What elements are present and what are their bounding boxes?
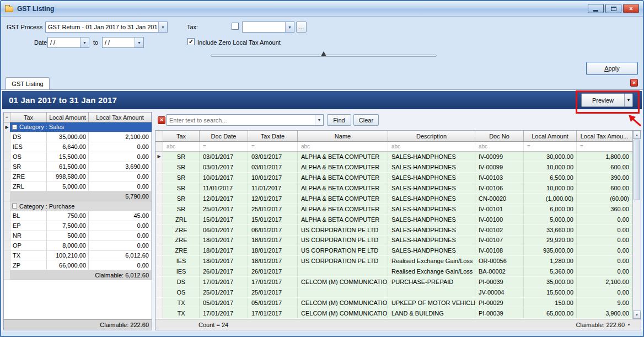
- clear-filter-button[interactable]: ✕: [158, 116, 165, 124]
- include-zero-checkbox[interactable]: ✓: [187, 38, 195, 45]
- zoom-slider[interactable]: [211, 53, 437, 58]
- detail-cell: 6,000.00: [524, 204, 577, 214]
- detail-row[interactable]: SR25/01/201725/01/2017ALPHA & BETA COMPU…: [155, 204, 632, 215]
- column-header[interactable]: Tax Date: [248, 131, 298, 141]
- column-header-tax[interactable]: Tax: [10, 113, 47, 122]
- maximize-button[interactable]: [605, 4, 621, 13]
- summary-row[interactable]: IES6,640.000.00: [4, 142, 152, 152]
- detail-row[interactable]: SR11/01/201711/01/2017ALPHA & BETA COMPU…: [155, 183, 632, 194]
- scroll-up-icon[interactable]: ▲: [633, 131, 641, 139]
- filter-cell[interactable]: abc: [298, 142, 388, 151]
- collapse-icon[interactable]: −: [12, 125, 17, 130]
- summary-row[interactable]: ZRE998,580.000.00: [4, 172, 152, 181]
- vertical-scrollbar[interactable]: ▲ ▼: [632, 131, 641, 319]
- detail-row[interactable]: IES26/01/201726/01/2017Realised Exchange…: [155, 266, 632, 277]
- detail-row[interactable]: SR12/01/201712/01/2017ALPHA & BETA COMPU…: [155, 194, 632, 204]
- clear-button[interactable]: Clear: [353, 114, 379, 126]
- date-to-dropdown[interactable]: / / ▼: [102, 37, 144, 48]
- claimable-summary[interactable]: Claimable: 222.60 ▼: [576, 322, 631, 328]
- find-button[interactable]: Find: [327, 114, 351, 126]
- tab-gst-listing[interactable]: GST Listing: [6, 77, 50, 89]
- filter-cell[interactable]: =: [524, 142, 577, 151]
- summary-row[interactable]: OP8,000.000.00: [4, 241, 152, 251]
- detail-cell: IV-00101: [475, 204, 524, 214]
- detail-row[interactable]: ZRL15/01/201715/01/2017ALPHA & BETA COMP…: [155, 215, 632, 225]
- column-header[interactable]: Description: [388, 131, 475, 141]
- filter-cell[interactable]: =: [200, 142, 248, 151]
- scroll-down-icon[interactable]: ▼: [633, 311, 641, 319]
- detail-cell: 03/01/2017: [248, 152, 298, 162]
- detail-row[interactable]: ZRE18/01/201718/01/2017US CORPORATION PE…: [155, 236, 632, 246]
- column-header[interactable]: Local Tax Amou...: [577, 131, 632, 141]
- column-header[interactable]: Name: [298, 131, 388, 141]
- filter-cell[interactable]: =: [248, 142, 298, 151]
- summary-row[interactable]: DS35,000.002,100.00: [4, 132, 152, 142]
- column-header-local-tax-amount[interactable]: Local Tax Amount: [89, 113, 152, 122]
- detail-row[interactable]: ▶SR03/01/201703/01/2017ALPHA & BETA COMP…: [155, 152, 632, 162]
- summary-row[interactable]: OS15,500.000.00: [4, 152, 152, 162]
- summary-group-row[interactable]: −Category : Purchase: [4, 201, 152, 211]
- chevron-down-icon[interactable]: ▼: [80, 38, 89, 47]
- scrollbar-thumb[interactable]: [634, 140, 640, 200]
- minimize-button[interactable]: [588, 4, 604, 13]
- detail-row[interactable]: TX05/01/201705/01/2017CELCOM (M) COMMUNI…: [155, 298, 632, 308]
- summary-row[interactable]: TX100,210.006,012.60: [4, 251, 152, 261]
- scrollbar-track[interactable]: [633, 201, 641, 311]
- summary-grand-total: Claimable: 222.60: [4, 319, 152, 330]
- row-indicator-cell: [155, 266, 163, 276]
- detail-cell: 9.00: [577, 298, 632, 308]
- title-bar[interactable]: GST Listing ✕: [1, 1, 643, 17]
- menu-icon[interactable]: ≡: [4, 113, 10, 122]
- slider-thumb[interactable]: [321, 51, 326, 56]
- detail-row[interactable]: SR03/01/201703/01/2017ALPHA & BETA COMPU…: [155, 162, 632, 173]
- detail-row[interactable]: ZRE06/01/201706/01/2017US CORPORATION PE…: [155, 225, 632, 236]
- filter-cell[interactable]: abc: [475, 142, 524, 151]
- summary-row[interactable]: ZP66,000.000.00: [4, 260, 152, 270]
- date-from-dropdown[interactable]: / / ▼: [47, 37, 89, 48]
- summary-row[interactable]: SR61,500.003,690.00: [4, 162, 152, 172]
- tax-checkbox[interactable]: [232, 23, 239, 30]
- apply-button[interactable]: Apply: [586, 62, 638, 75]
- summary-row[interactable]: BL750.0045.00: [4, 211, 152, 221]
- detail-cell: CN-00020: [475, 194, 524, 204]
- column-header[interactable]: Local Amount: [524, 131, 577, 141]
- summary-row[interactable]: ZRL5,000.000.00: [4, 181, 152, 191]
- row-indicator-cell: [4, 231, 10, 240]
- collapse-icon[interactable]: −: [12, 204, 17, 208]
- chevron-down-icon[interactable]: ▼: [627, 323, 631, 327]
- detail-cell: 65,000.00: [524, 308, 577, 318]
- summary-tax-code: SR: [10, 162, 47, 172]
- filter-cell[interactable]: =: [577, 142, 632, 151]
- detail-row[interactable]: ZRE18/01/201718/01/2017US CORPORATION PE…: [155, 245, 632, 256]
- detail-row[interactable]: IES18/01/201718/01/2017US CORPORATION PE…: [155, 256, 632, 266]
- summary-tax-code: IES: [10, 142, 47, 152]
- detail-row[interactable]: TX17/01/201717/01/2017CELCOM (M) COMMUNI…: [155, 308, 632, 319]
- filter-cell[interactable]: abc: [163, 142, 200, 151]
- annotation-highlight-rect: [576, 90, 640, 114]
- chevron-down-icon[interactable]: ▼: [158, 22, 167, 32]
- column-header[interactable]: Doc Date: [200, 131, 248, 141]
- search-input[interactable]: [167, 115, 315, 125]
- summary-row[interactable]: NR500.000.00: [4, 231, 152, 241]
- chevron-down-icon[interactable]: ▼: [285, 22, 294, 32]
- detail-cell: Realised Exchange Gain/Loss: [388, 256, 475, 266]
- chevron-down-icon[interactable]: ▼: [315, 115, 323, 125]
- detail-row[interactable]: OS25/01/201725/01/2017JV-0000415,500.000…: [155, 287, 632, 298]
- tab-close-button[interactable]: ✕: [630, 79, 638, 87]
- column-header-local-amount[interactable]: Local Amount: [47, 113, 89, 122]
- detail-row[interactable]: DS17/01/201717/01/2017CELCOM (M) COMMUNI…: [155, 277, 632, 287]
- detail-cell: OS: [163, 287, 200, 297]
- close-button[interactable]: ✕: [623, 4, 639, 13]
- detail-cell: 15,500.00: [524, 287, 577, 297]
- filter-cell[interactable]: abc: [388, 142, 475, 151]
- summary-group-row[interactable]: ▶−Category : Sales: [4, 122, 152, 132]
- tax-dropdown[interactable]: ▼: [242, 22, 294, 33]
- detail-row[interactable]: SR10/01/201710/01/2017ALPHA & BETA COMPU…: [155, 173, 632, 183]
- column-header[interactable]: Doc No: [475, 131, 524, 141]
- detail-cell: 05/01/2017: [200, 298, 248, 308]
- summary-row[interactable]: EP7,500.000.00: [4, 221, 152, 231]
- column-header[interactable]: Tax: [163, 131, 200, 141]
- tax-browse-button[interactable]: ...: [296, 22, 307, 33]
- chevron-down-icon[interactable]: ▼: [135, 38, 143, 47]
- gst-process-dropdown[interactable]: GST Return - 01 Jan 2017 to 31 Jan 201 ▼: [45, 22, 168, 33]
